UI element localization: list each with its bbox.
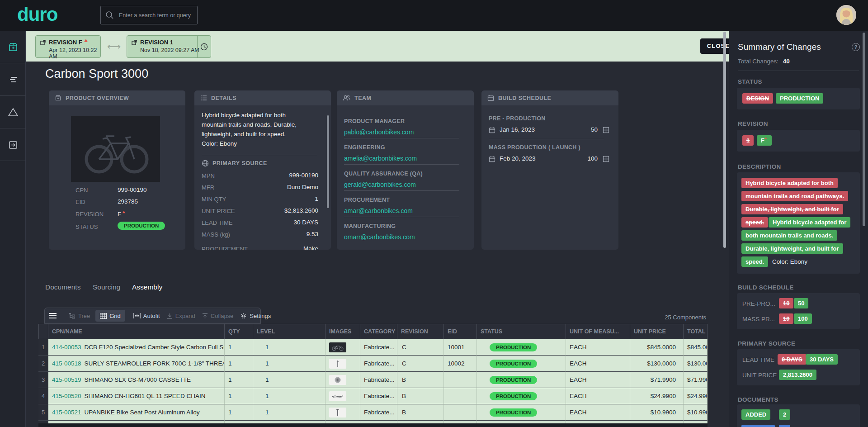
main-scrollbar[interactable] xyxy=(723,32,726,248)
thumbnail-seatpost[interactable] xyxy=(329,408,346,418)
tab-sourcing[interactable]: Sourcing xyxy=(93,283,120,291)
cpn-link[interactable]: 415-00521 xyxy=(52,409,81,416)
col-header-category[interactable]: CATEGORY xyxy=(360,324,397,339)
added-count: 2 xyxy=(779,409,790,420)
col-header-level[interactable]: LEVEL xyxy=(253,324,326,339)
phase-date[interactable]: Jan 16, 2023 xyxy=(500,126,535,133)
tree-icon xyxy=(69,313,75,319)
help-icon[interactable]: ? xyxy=(852,43,860,51)
thumbnail-chain[interactable] xyxy=(329,391,346,401)
cpn-link[interactable]: 415-00519 xyxy=(52,376,81,383)
revision-compare-banner: REVISION F Apr 12, 2023 10:22 AM ⟷ REVIS… xyxy=(26,31,729,62)
cpn-name-cell: 415-00518SURLY STEAMROLLER FORK 700C 1-1… xyxy=(48,356,225,372)
duro-logo[interactable]: duro xyxy=(17,4,57,25)
top-bar: duro xyxy=(0,0,868,31)
revision-cell: C xyxy=(397,356,444,372)
avatar[interactable] xyxy=(836,5,856,25)
category-cell: Fabricate... xyxy=(360,356,397,372)
build-schedule-diff-panel: PRE-PRO... 10 50 MASS PR... 10 100 xyxy=(737,293,860,329)
cpn-link[interactable]: 414-00053 xyxy=(52,344,81,351)
card-scrollbar[interactable] xyxy=(327,115,329,208)
product-image[interactable] xyxy=(71,116,160,182)
category-cell: Fabricate... xyxy=(360,404,397,421)
expand-button[interactable]: Expand xyxy=(167,313,195,319)
summary-of-changes-panel: Summary of Changes ? Total Changes: 40 S… xyxy=(729,31,868,427)
autofit-button[interactable]: Autofit xyxy=(133,313,160,319)
phase-qty[interactable]: 50 xyxy=(591,126,598,133)
level-cell: 1 xyxy=(253,339,326,356)
status-badge: PRODUCTION xyxy=(118,221,165,230)
grid-cells-icon[interactable] xyxy=(603,156,609,162)
category-cell: Fabricate... xyxy=(360,339,397,356)
status-diff-panel: DESIGN PRODUCTION xyxy=(737,88,860,109)
cpn-link[interactable]: 415-00518 xyxy=(52,360,81,367)
table-row[interactable]: 4 415-00520SHIMANO CN-HG601 QL 11 SPEED … xyxy=(38,388,708,404)
col-header-total[interactable]: TOTAL xyxy=(684,324,708,339)
nav-search-results[interactable] xyxy=(0,63,26,96)
col-header-revision[interactable]: REVISION xyxy=(397,324,444,339)
global-search[interactable] xyxy=(100,6,198,24)
alert-triangle-icon xyxy=(123,211,125,214)
phase-date[interactable]: Feb 20, 2023 xyxy=(500,155,536,162)
field-label: LEAD TIME xyxy=(202,219,232,226)
unit-price-cell: $845.0000 xyxy=(630,339,684,356)
revision-chip-compared[interactable]: REVISION 1 Nov 18, 2022 09:27 AM xyxy=(127,35,211,58)
col-header-images[interactable]: IMAGES xyxy=(326,324,360,339)
gear-icon xyxy=(240,313,247,319)
revision-chip-current[interactable]: REVISION F Apr 12, 2023 10:22 AM xyxy=(35,35,101,58)
table-row[interactable]: 3 415-00519SHIMANO SLX CS-M7000 CASSETTE… xyxy=(38,372,708,388)
revision-history-button[interactable] xyxy=(197,36,211,57)
col-header-rownum[interactable] xyxy=(38,324,48,339)
collapse-button[interactable]: Collapse xyxy=(202,313,234,319)
grid-cells-icon[interactable] xyxy=(603,127,609,133)
cpn-link[interactable]: 415-00520 xyxy=(52,393,81,399)
col-header-unit-price[interactable]: UNIT PRICE xyxy=(630,324,684,339)
grid-header-row: CPN/NAME QTY LEVEL IMAGES CATEGORY REVIS… xyxy=(38,324,708,339)
assembly-grid: CPN/NAME QTY LEVEL IMAGES CATEGORY REVIS… xyxy=(38,324,708,427)
uom-cell: EACH xyxy=(566,372,630,388)
removed-value: 1 xyxy=(742,135,754,146)
table-row[interactable]: 2 415-00518SURLY STEAMROLLER FORK 700C 1… xyxy=(38,356,708,372)
table-row[interactable]: 5 415-00521UPANBIKE Bike Seat Post Alumi… xyxy=(38,404,708,421)
category-cell: Fabricate... xyxy=(360,388,397,404)
team-email[interactable]: pablo@carbonbikes.com xyxy=(344,128,414,136)
col-header-status[interactable]: STATUS xyxy=(477,324,566,339)
card-product-overview: PRODUCT OVERVIEW CPN 999-00190 EID 29378… xyxy=(49,90,185,250)
thumbnail-fork[interactable] xyxy=(329,359,346,369)
box-arrow-icon xyxy=(8,139,19,150)
tab-assembly[interactable]: Assembly xyxy=(132,283,162,291)
horizontal-scrollbar[interactable] xyxy=(38,423,708,427)
tab-documents[interactable]: Documents xyxy=(45,283,80,291)
nav-prototype[interactable] xyxy=(0,96,26,128)
settings-button[interactable]: Settings xyxy=(240,313,271,319)
thumbnail-bike[interactable] xyxy=(329,342,346,352)
field-label: REVISION xyxy=(75,211,104,218)
team-email[interactable]: gerald@carbonbikes.com xyxy=(344,181,416,188)
thumbnail-cassette[interactable] xyxy=(329,375,346,385)
nav-products[interactable] xyxy=(0,31,26,63)
eid-cell xyxy=(444,388,477,404)
team-role: ENGINEERING xyxy=(344,144,385,151)
field-label: MFR xyxy=(202,184,214,191)
cpn-name-cell: 415-00519SHIMANO SLX CS-M7000 CASSETTE xyxy=(48,372,225,388)
tree-view-button[interactable]: Tree xyxy=(69,313,90,319)
col-header-eid[interactable]: EID xyxy=(444,324,477,339)
col-header-uom[interactable]: UNIT OF MEASU... xyxy=(566,324,630,339)
nav-release[interactable] xyxy=(0,128,26,161)
col-header-cpn-name[interactable]: CPN/NAME xyxy=(48,324,225,339)
team-email[interactable]: amelia@carbonbikes.com xyxy=(344,155,417,162)
field-label: MPN xyxy=(202,172,215,179)
table-row[interactable]: 1 414-00053DCB F120 Specialized Camber S… xyxy=(38,339,708,356)
menu-button[interactable] xyxy=(45,313,57,318)
added-line: Durable, lightweight, and built for xyxy=(741,243,843,254)
autofit-icon xyxy=(133,313,141,318)
col-header-qty[interactable]: QTY xyxy=(225,324,253,339)
sidebar-scrollbar[interactable] xyxy=(863,33,865,226)
search-input[interactable] xyxy=(118,12,193,19)
qty-cell: 1 xyxy=(225,404,253,421)
row-number: 4 xyxy=(38,388,48,404)
phase-qty[interactable]: 100 xyxy=(587,155,598,162)
team-email[interactable]: omarr@carbonbikes.com xyxy=(344,233,415,241)
team-email[interactable]: amar@carbonbikes.com xyxy=(344,207,413,214)
grid-view-button[interactable]: Grid xyxy=(95,310,125,322)
